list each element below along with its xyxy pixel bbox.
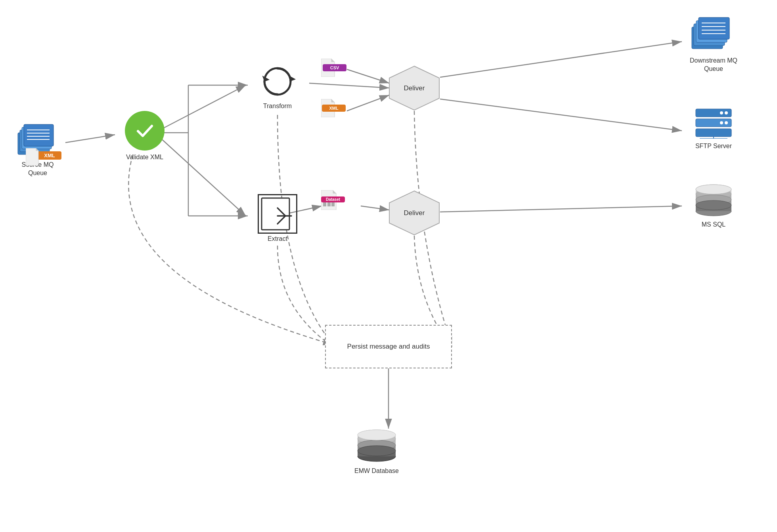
svg-line-12 <box>347 95 389 111</box>
extract-label: Extract <box>268 235 287 242</box>
svg-marker-28 <box>36 148 38 151</box>
svg-line-14 <box>361 206 389 210</box>
svg-line-11 <box>347 69 389 83</box>
svg-point-82 <box>358 430 396 440</box>
deliver-bottom-node: Deliver <box>388 190 440 236</box>
xml-badge-source: XML <box>38 151 61 160</box>
svg-point-57 <box>720 121 723 124</box>
extract-node: Extract <box>246 194 309 242</box>
transform-node: Transform <box>246 61 309 110</box>
validate-xml-node: Validate XML <box>113 111 176 161</box>
transform-icon <box>258 61 297 101</box>
diagram-container: Source MQ Queue XML Validate XML <box>0 0 777 532</box>
svg-point-71 <box>696 200 731 210</box>
svg-line-17 <box>440 206 682 212</box>
sftp-server-node: SFTP Server <box>682 107 745 150</box>
ms-sql-node: MS SQL <box>682 182 745 228</box>
svg-point-53 <box>725 111 728 114</box>
svg-line-2 <box>65 135 115 143</box>
emw-db-label: EMW Database <box>345 467 408 475</box>
persist-label: Persist message and audits <box>347 341 430 352</box>
dataset-badge-node: Dataset <box>321 190 339 210</box>
validate-xml-circle <box>125 111 165 151</box>
svg-marker-38 <box>333 190 336 193</box>
csv-badge-node: CSV <box>321 59 336 77</box>
svg-rect-58 <box>696 129 731 137</box>
source-mq-node: Source MQ Queue XML <box>12 123 63 177</box>
svg-line-10 <box>309 83 389 88</box>
extract-icon <box>258 194 297 234</box>
svg-point-72 <box>696 185 731 194</box>
svg-line-16 <box>440 99 682 131</box>
svg-marker-34 <box>331 59 335 62</box>
downstream-mq-label: Downstream MQ Queue <box>682 57 745 73</box>
deliver-top-node: Deliver <box>388 65 440 111</box>
svg-point-56 <box>725 121 728 124</box>
downstream-mq-node: Downstream MQ Queue <box>682 16 745 73</box>
transform-label: Transform <box>263 103 292 110</box>
svg-rect-22 <box>24 124 54 146</box>
svg-line-15 <box>440 42 682 77</box>
svg-point-81 <box>358 446 396 456</box>
ms-sql-label: MS SQL <box>682 221 745 228</box>
svg-rect-41 <box>331 202 335 206</box>
emw-db-node: EMW Database <box>345 428 408 475</box>
svg-rect-31 <box>262 198 289 230</box>
svg-point-54 <box>720 111 723 114</box>
deliver-top-label: Deliver <box>404 84 425 92</box>
persist-box: Persist message and audits <box>325 325 452 368</box>
svg-marker-27 <box>26 148 38 166</box>
svg-marker-36 <box>331 99 335 102</box>
deliver-bottom-label: Deliver <box>404 209 425 217</box>
xml-badge-transform-node: XML <box>321 99 336 117</box>
svg-rect-47 <box>699 17 729 39</box>
sftp-server-label: SFTP Server <box>682 143 745 150</box>
validate-xml-label: Validate XML <box>126 154 163 161</box>
